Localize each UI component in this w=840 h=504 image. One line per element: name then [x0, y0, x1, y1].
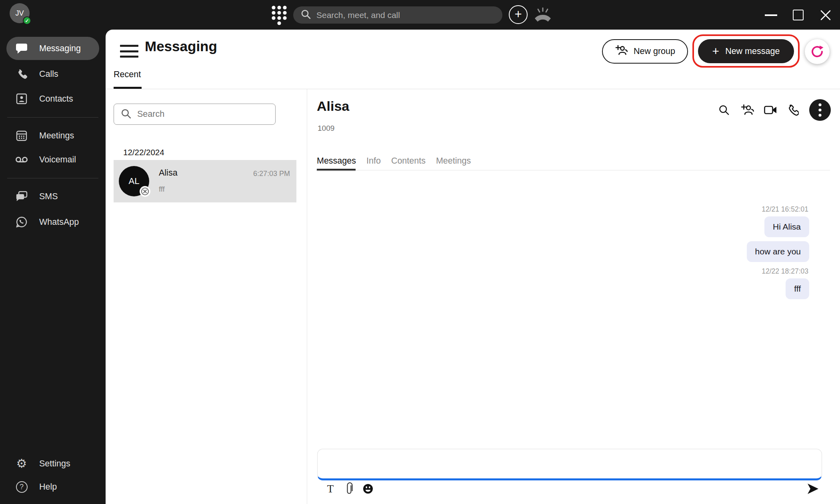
close-icon[interactable]	[819, 9, 832, 22]
tab-meetings[interactable]: Meetings	[436, 156, 471, 166]
minimize-icon[interactable]	[765, 14, 777, 16]
conversation-item-alisa[interactable]: AL Alisa 6:27:03 PM fff	[114, 160, 296, 202]
page-title: Messaging	[145, 38, 217, 54]
maximize-icon[interactable]	[793, 10, 804, 20]
more-options-button[interactable]	[809, 99, 831, 121]
sidebar-item-settings[interactable]: ⚙ Settings	[0, 452, 106, 475]
tab-messages[interactable]: Messages	[317, 156, 356, 166]
gear-icon: ⚙	[15, 457, 28, 470]
avatar[interactable]: JV ✓	[10, 3, 30, 23]
sidebar-item-whatsapp[interactable]: WhatsApp	[0, 210, 106, 234]
create-new-icon[interactable]: +	[509, 5, 528, 24]
ringing-phone-icon[interactable]	[534, 7, 552, 23]
sidebar-item-sms[interactable]: SMS	[0, 185, 106, 208]
circle-x-badge-icon	[140, 186, 150, 197]
sms-bubbles-icon	[15, 190, 28, 203]
sidebar-divider	[7, 178, 98, 178]
sidebar-item-label: Settings	[39, 459, 70, 469]
send-icon[interactable]	[805, 481, 821, 497]
chat-subtitle: 1009	[318, 124, 334, 133]
avatar-initials: JV	[15, 9, 24, 18]
message-timestamp: 12/22 18:27:03	[762, 267, 808, 276]
topbar: JV ✓ +	[0, 0, 840, 30]
sidebar-item-label: Calls	[39, 69, 58, 79]
contact-card-icon	[15, 92, 28, 105]
sidebar-item-label: WhatsApp	[39, 217, 79, 227]
presence-available-icon: ✓	[23, 16, 31, 25]
add-group-icon	[615, 45, 628, 58]
sidebar-item-messaging[interactable]: Messaging	[6, 37, 99, 60]
conversation-avatar: AL	[119, 166, 149, 196]
plus-icon: +	[712, 45, 720, 57]
search-icon	[300, 9, 311, 21]
message-input[interactable]	[318, 449, 822, 478]
voicemail-icon	[15, 153, 28, 166]
sidebar-item-label: Voicemail	[39, 155, 76, 165]
sidebar-item-label: SMS	[39, 192, 58, 202]
sidebar-item-calls[interactable]: Calls	[0, 62, 106, 86]
sidebar-divider	[7, 117, 98, 118]
calendar-icon	[15, 129, 28, 142]
sidebar-item-label: Messaging	[39, 44, 81, 54]
sidebar: Messaging Calls Contacts	[0, 30, 106, 504]
conversation-name: Alisa	[159, 168, 178, 178]
panel-divider	[307, 89, 307, 504]
global-search[interactable]	[293, 6, 502, 24]
new-message-button[interactable]: + New message	[698, 39, 794, 63]
conversation-preview: fff	[159, 185, 165, 194]
date-header: 12/22/2024	[123, 148, 164, 157]
refresh-icon	[810, 45, 824, 58]
message-list: 12/21 16:52:01 Hi Alisa how are you 12/2…	[747, 204, 809, 303]
message-timestamp: 12/21 16:52:01	[762, 205, 808, 214]
tab-info[interactable]: Info	[366, 156, 381, 166]
app-window: JV ✓ +	[0, 0, 840, 504]
format-text-icon[interactable]: T	[324, 482, 337, 496]
chat-tabs-divider	[316, 170, 830, 170]
whatsapp-icon	[15, 216, 28, 228]
chat-tabs: Messages Info Contents Meetings	[317, 156, 471, 166]
global-search-input[interactable]	[316, 10, 502, 20]
call-icon[interactable]	[785, 102, 800, 118]
sidebar-footer: ⚙ Settings ? Help	[0, 452, 106, 498]
sidebar-item-help[interactable]: ? Help	[0, 475, 106, 498]
conversation-time: 6:27:03 PM	[253, 170, 290, 178]
dialpad-icon[interactable]	[270, 5, 288, 25]
phone-icon	[15, 68, 28, 80]
header-divider	[106, 89, 840, 89]
attach-icon[interactable]	[342, 482, 356, 496]
conversation-search-input[interactable]	[137, 109, 275, 119]
search-icon	[120, 108, 132, 121]
message-bubble-outgoing[interactable]: how are you	[747, 241, 809, 262]
main-content: Messaging New group + New message	[106, 30, 840, 504]
more-vert-icon	[818, 103, 822, 117]
sidebar-item-contacts[interactable]: Contacts	[0, 87, 106, 110]
sidebar-item-label: Meetings	[39, 131, 74, 141]
question-circle-icon: ?	[15, 480, 28, 493]
message-composer	[317, 449, 822, 480]
sidebar-item-meetings[interactable]: Meetings	[0, 124, 106, 147]
video-call-icon[interactable]	[763, 102, 778, 118]
conversation-search[interactable]	[114, 104, 276, 125]
new-message-label: New message	[725, 46, 780, 56]
add-member-icon[interactable]	[740, 102, 755, 118]
chat-title: Alisa	[317, 98, 349, 114]
new-group-button[interactable]: New group	[602, 39, 688, 64]
avatar-initials: AL	[129, 176, 140, 186]
message-bubble-outgoing[interactable]: fff	[786, 278, 809, 299]
chat-search-icon[interactable]	[716, 102, 732, 118]
sidebar-item-label: Contacts	[39, 94, 73, 104]
sidebar-item-label: Help	[39, 482, 57, 492]
refresh-button[interactable]	[805, 39, 830, 64]
new-group-label: New group	[634, 46, 675, 56]
emoji-icon[interactable]	[361, 482, 375, 496]
hamburger-menu-icon[interactable]	[120, 45, 138, 58]
tab-recent[interactable]: Recent	[114, 70, 141, 80]
sidebar-item-voicemail[interactable]: Voicemail	[0, 148, 106, 171]
tab-contents[interactable]: Contents	[391, 156, 426, 166]
message-bubble-outgoing[interactable]: Hi Alisa	[764, 216, 809, 237]
chat-bubble-icon	[15, 42, 28, 55]
